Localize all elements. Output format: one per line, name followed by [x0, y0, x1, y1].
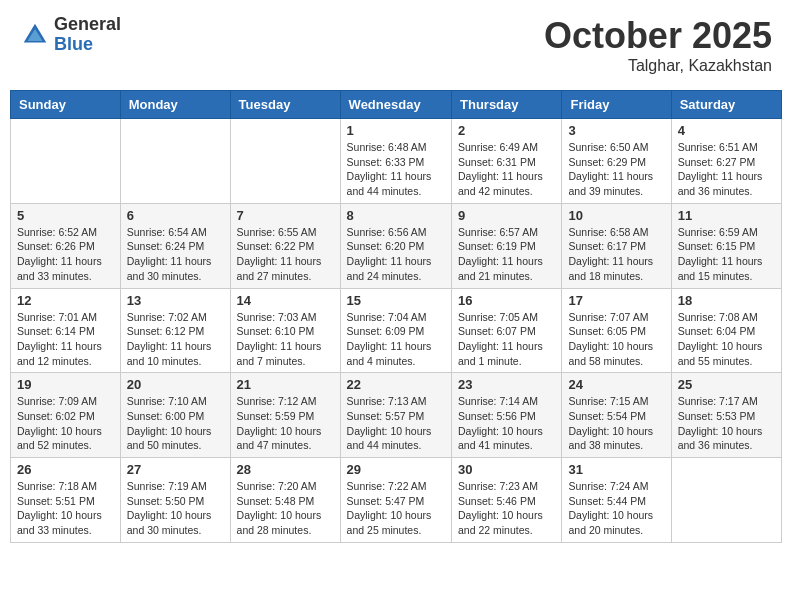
day-number: 7	[237, 208, 334, 223]
day-info: Sunrise: 7:09 AMSunset: 6:02 PMDaylight:…	[17, 394, 114, 453]
calendar-cell: 14Sunrise: 7:03 AMSunset: 6:10 PMDayligh…	[230, 288, 340, 373]
day-number: 9	[458, 208, 555, 223]
day-number: 18	[678, 293, 775, 308]
calendar-cell: 1Sunrise: 6:48 AMSunset: 6:33 PMDaylight…	[340, 119, 451, 204]
location-title: Talghar, Kazakhstan	[544, 57, 772, 75]
day-info: Sunrise: 7:18 AMSunset: 5:51 PMDaylight:…	[17, 479, 114, 538]
weekday-header-monday: Monday	[120, 91, 230, 119]
calendar-cell: 19Sunrise: 7:09 AMSunset: 6:02 PMDayligh…	[11, 373, 121, 458]
day-info: Sunrise: 7:24 AMSunset: 5:44 PMDaylight:…	[568, 479, 664, 538]
day-info: Sunrise: 7:15 AMSunset: 5:54 PMDaylight:…	[568, 394, 664, 453]
day-info: Sunrise: 6:55 AMSunset: 6:22 PMDaylight:…	[237, 225, 334, 284]
calendar-cell: 15Sunrise: 7:04 AMSunset: 6:09 PMDayligh…	[340, 288, 451, 373]
logo-general: General	[54, 15, 121, 35]
week-row-3: 12Sunrise: 7:01 AMSunset: 6:14 PMDayligh…	[11, 288, 782, 373]
day-number: 5	[17, 208, 114, 223]
calendar-cell: 27Sunrise: 7:19 AMSunset: 5:50 PMDayligh…	[120, 458, 230, 543]
day-info: Sunrise: 7:04 AMSunset: 6:09 PMDaylight:…	[347, 310, 445, 369]
day-info: Sunrise: 7:13 AMSunset: 5:57 PMDaylight:…	[347, 394, 445, 453]
day-info: Sunrise: 6:57 AMSunset: 6:19 PMDaylight:…	[458, 225, 555, 284]
day-number: 12	[17, 293, 114, 308]
day-info: Sunrise: 6:49 AMSunset: 6:31 PMDaylight:…	[458, 140, 555, 199]
day-number: 11	[678, 208, 775, 223]
day-info: Sunrise: 7:07 AMSunset: 6:05 PMDaylight:…	[568, 310, 664, 369]
calendar-cell: 7Sunrise: 6:55 AMSunset: 6:22 PMDaylight…	[230, 203, 340, 288]
weekday-header-sunday: Sunday	[11, 91, 121, 119]
day-number: 20	[127, 377, 224, 392]
day-info: Sunrise: 7:12 AMSunset: 5:59 PMDaylight:…	[237, 394, 334, 453]
day-number: 23	[458, 377, 555, 392]
calendar-cell: 26Sunrise: 7:18 AMSunset: 5:51 PMDayligh…	[11, 458, 121, 543]
day-info: Sunrise: 7:01 AMSunset: 6:14 PMDaylight:…	[17, 310, 114, 369]
calendar-cell	[230, 119, 340, 204]
weekday-header-tuesday: Tuesday	[230, 91, 340, 119]
day-number: 2	[458, 123, 555, 138]
day-info: Sunrise: 7:10 AMSunset: 6:00 PMDaylight:…	[127, 394, 224, 453]
calendar-cell: 13Sunrise: 7:02 AMSunset: 6:12 PMDayligh…	[120, 288, 230, 373]
calendar-cell	[671, 458, 781, 543]
day-info: Sunrise: 7:22 AMSunset: 5:47 PMDaylight:…	[347, 479, 445, 538]
logo: General Blue	[20, 15, 121, 55]
calendar-cell: 10Sunrise: 6:58 AMSunset: 6:17 PMDayligh…	[562, 203, 671, 288]
day-number: 15	[347, 293, 445, 308]
calendar-cell: 18Sunrise: 7:08 AMSunset: 6:04 PMDayligh…	[671, 288, 781, 373]
calendar-cell: 2Sunrise: 6:49 AMSunset: 6:31 PMDaylight…	[452, 119, 562, 204]
day-info: Sunrise: 7:20 AMSunset: 5:48 PMDaylight:…	[237, 479, 334, 538]
day-number: 31	[568, 462, 664, 477]
day-number: 4	[678, 123, 775, 138]
calendar-cell: 22Sunrise: 7:13 AMSunset: 5:57 PMDayligh…	[340, 373, 451, 458]
day-number: 22	[347, 377, 445, 392]
calendar-cell: 12Sunrise: 7:01 AMSunset: 6:14 PMDayligh…	[11, 288, 121, 373]
day-number: 13	[127, 293, 224, 308]
calendar-cell: 29Sunrise: 7:22 AMSunset: 5:47 PMDayligh…	[340, 458, 451, 543]
day-number: 28	[237, 462, 334, 477]
weekday-header-thursday: Thursday	[452, 91, 562, 119]
day-info: Sunrise: 6:58 AMSunset: 6:17 PMDaylight:…	[568, 225, 664, 284]
title-block: October 2025 Talghar, Kazakhstan	[544, 15, 772, 75]
week-row-4: 19Sunrise: 7:09 AMSunset: 6:02 PMDayligh…	[11, 373, 782, 458]
day-info: Sunrise: 7:14 AMSunset: 5:56 PMDaylight:…	[458, 394, 555, 453]
day-info: Sunrise: 7:08 AMSunset: 6:04 PMDaylight:…	[678, 310, 775, 369]
calendar-cell: 30Sunrise: 7:23 AMSunset: 5:46 PMDayligh…	[452, 458, 562, 543]
calendar-cell: 25Sunrise: 7:17 AMSunset: 5:53 PMDayligh…	[671, 373, 781, 458]
day-info: Sunrise: 6:48 AMSunset: 6:33 PMDaylight:…	[347, 140, 445, 199]
week-row-2: 5Sunrise: 6:52 AMSunset: 6:26 PMDaylight…	[11, 203, 782, 288]
calendar-cell: 3Sunrise: 6:50 AMSunset: 6:29 PMDaylight…	[562, 119, 671, 204]
calendar-cell: 20Sunrise: 7:10 AMSunset: 6:00 PMDayligh…	[120, 373, 230, 458]
day-info: Sunrise: 7:17 AMSunset: 5:53 PMDaylight:…	[678, 394, 775, 453]
day-info: Sunrise: 7:19 AMSunset: 5:50 PMDaylight:…	[127, 479, 224, 538]
day-number: 3	[568, 123, 664, 138]
logo-text: General Blue	[54, 15, 121, 55]
logo-icon	[20, 20, 50, 50]
day-number: 16	[458, 293, 555, 308]
calendar-table: SundayMondayTuesdayWednesdayThursdayFrid…	[10, 90, 782, 543]
day-number: 8	[347, 208, 445, 223]
calendar-cell: 5Sunrise: 6:52 AMSunset: 6:26 PMDaylight…	[11, 203, 121, 288]
day-number: 14	[237, 293, 334, 308]
day-info: Sunrise: 6:54 AMSunset: 6:24 PMDaylight:…	[127, 225, 224, 284]
calendar-cell: 21Sunrise: 7:12 AMSunset: 5:59 PMDayligh…	[230, 373, 340, 458]
day-number: 19	[17, 377, 114, 392]
day-info: Sunrise: 6:56 AMSunset: 6:20 PMDaylight:…	[347, 225, 445, 284]
calendar-cell: 28Sunrise: 7:20 AMSunset: 5:48 PMDayligh…	[230, 458, 340, 543]
day-number: 30	[458, 462, 555, 477]
calendar-cell: 24Sunrise: 7:15 AMSunset: 5:54 PMDayligh…	[562, 373, 671, 458]
calendar-cell: 9Sunrise: 6:57 AMSunset: 6:19 PMDaylight…	[452, 203, 562, 288]
calendar-cell: 16Sunrise: 7:05 AMSunset: 6:07 PMDayligh…	[452, 288, 562, 373]
day-info: Sunrise: 7:05 AMSunset: 6:07 PMDaylight:…	[458, 310, 555, 369]
day-info: Sunrise: 6:52 AMSunset: 6:26 PMDaylight:…	[17, 225, 114, 284]
calendar-cell	[11, 119, 121, 204]
calendar-cell: 8Sunrise: 6:56 AMSunset: 6:20 PMDaylight…	[340, 203, 451, 288]
day-info: Sunrise: 7:23 AMSunset: 5:46 PMDaylight:…	[458, 479, 555, 538]
page-header: General Blue October 2025 Talghar, Kazak…	[10, 10, 782, 80]
logo-blue: Blue	[54, 35, 121, 55]
month-title: October 2025	[544, 15, 772, 57]
day-number: 1	[347, 123, 445, 138]
day-number: 25	[678, 377, 775, 392]
week-row-5: 26Sunrise: 7:18 AMSunset: 5:51 PMDayligh…	[11, 458, 782, 543]
weekday-header-friday: Friday	[562, 91, 671, 119]
day-number: 17	[568, 293, 664, 308]
weekday-header-saturday: Saturday	[671, 91, 781, 119]
calendar-cell: 6Sunrise: 6:54 AMSunset: 6:24 PMDaylight…	[120, 203, 230, 288]
day-number: 6	[127, 208, 224, 223]
